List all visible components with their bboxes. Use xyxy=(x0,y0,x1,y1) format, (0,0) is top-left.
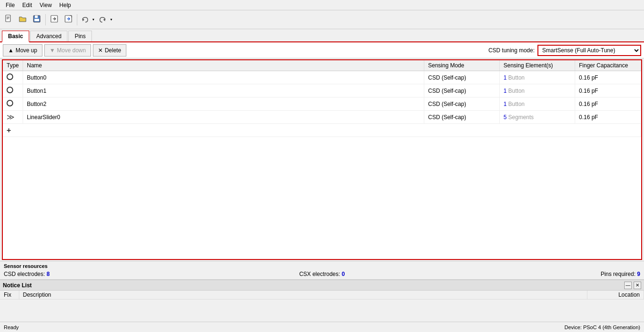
svg-marker-9 xyxy=(83,18,84,21)
export-icon xyxy=(64,15,73,24)
add-component-cell[interactable]: + xyxy=(3,124,641,137)
add-component-row[interactable]: + xyxy=(3,124,641,137)
redo-button[interactable] xyxy=(97,13,108,26)
notice-title: Notice List xyxy=(3,282,32,289)
button-type-icon xyxy=(7,73,13,80)
export-button[interactable] xyxy=(62,13,75,26)
action-left-group: ▲ Move up ▼ Move down ✕ Delete xyxy=(3,44,126,57)
notice-header: Notice List — ✕ xyxy=(0,280,644,291)
export-external-icon xyxy=(50,15,58,24)
csd-electrodes-item: CSD electrodes: 8 xyxy=(4,271,216,277)
row-sensing-cell: CSD (Self-cap) xyxy=(424,84,500,97)
delete-icon: ✕ xyxy=(98,47,103,54)
pins-required-item: Pins required: 9 xyxy=(428,271,640,277)
table-row[interactable]: Button1 CSD (Self-cap) 1 Button 0.16 pF xyxy=(3,84,641,97)
row-finger-cap-cell: 0.16 pF xyxy=(575,97,641,111)
notice-table: Fix Description Location xyxy=(0,291,644,300)
notice-col-fix: Fix xyxy=(0,291,19,300)
toolbar-separator-2 xyxy=(77,14,77,25)
menu-help[interactable]: Help xyxy=(56,1,75,9)
col-header-name: Name xyxy=(23,60,424,71)
notice-header-row: Fix Description Location xyxy=(0,291,644,300)
status-ready-text: Ready xyxy=(4,324,19,330)
tab-advanced[interactable]: Advanced xyxy=(30,31,67,41)
pins-required-label: Pins required: xyxy=(601,271,636,277)
row-name-cell: Button0 xyxy=(23,71,424,84)
tab-pins[interactable]: Pins xyxy=(68,31,91,41)
svg-rect-5 xyxy=(35,16,38,18)
csx-electrodes-label: CSX electrodes: xyxy=(299,271,340,277)
export-external-button[interactable] xyxy=(48,13,61,26)
move-down-button[interactable]: ▼ Move down xyxy=(44,44,91,57)
pins-required-value: 9 xyxy=(637,271,640,277)
open-button[interactable] xyxy=(16,13,29,26)
row-name-cell: LinearSlider0 xyxy=(23,111,424,124)
main-table-area: Type Name Sensing Mode Sensing Element(s… xyxy=(2,59,642,260)
sensor-counts: CSD electrodes: 8 CSX electrodes: 0 Pins… xyxy=(4,270,640,278)
notice-table-area: Fix Description Location xyxy=(0,291,644,322)
csx-electrodes-item: CSX electrodes: 0 xyxy=(216,271,428,277)
notice-col-description: Description xyxy=(19,291,587,300)
undo-split[interactable]: ▾ xyxy=(79,13,96,26)
row-elements-cell: 1 Button xyxy=(500,84,575,97)
undo-dropdown-arrow[interactable]: ▾ xyxy=(91,13,96,26)
col-header-sensing: Sensing Mode xyxy=(424,60,500,71)
move-down-icon: ▼ xyxy=(50,47,55,54)
csd-tuning-select[interactable]: SmartSense (Full Auto-Tune) Manual Tunin… xyxy=(537,45,641,56)
redo-split[interactable]: ▾ xyxy=(97,13,114,26)
status-bottom-bar: Ready Device: PSoC 4 (4th Generation) xyxy=(0,322,644,332)
row-type-cell xyxy=(3,84,23,97)
toolbar-separator-1 xyxy=(45,14,46,25)
table-row[interactable]: Button0 CSD (Self-cap) 1 Button 0.16 pF xyxy=(3,71,641,84)
add-component-button[interactable]: + xyxy=(7,126,11,135)
row-type-cell: ≫ xyxy=(3,111,23,124)
sensor-resources-bar: Sensor resources CSD electrodes: 8 CSX e… xyxy=(0,261,644,279)
csx-electrodes-value: 0 xyxy=(342,271,345,277)
undo-button[interactable] xyxy=(79,13,91,26)
save-icon xyxy=(33,15,41,24)
status-device-text: Device: PSoC 4 (4th Generation) xyxy=(564,324,640,330)
tab-bar: Basic Advanced Pins xyxy=(0,29,644,42)
delete-button[interactable]: ✕ Delete xyxy=(93,44,126,57)
notice-panel: Notice List — ✕ Fix Description Location xyxy=(0,279,644,322)
col-header-finger: Finger Capacitance xyxy=(575,60,641,71)
notice-minimize-button[interactable]: — xyxy=(624,282,632,289)
csd-electrodes-value: 8 xyxy=(47,271,50,277)
menu-view[interactable]: View xyxy=(36,1,56,9)
button-type-icon xyxy=(7,87,13,93)
notice-close-button[interactable]: ✕ xyxy=(634,282,641,289)
sensor-resources-title: Sensor resources xyxy=(4,262,640,270)
row-elements-cell: 1 Button xyxy=(500,71,575,84)
new-button[interactable] xyxy=(2,13,15,26)
col-header-elements: Sensing Element(s) xyxy=(500,60,575,71)
csd-electrodes-label: CSD electrodes: xyxy=(4,271,45,277)
move-up-icon: ▲ xyxy=(8,47,14,54)
tab-basic[interactable]: Basic xyxy=(2,31,29,42)
table-header-row: Type Name Sensing Mode Sensing Element(s… xyxy=(3,60,641,71)
slider-type-icon: ≫ xyxy=(7,113,15,121)
svg-rect-0 xyxy=(6,15,10,22)
svg-rect-6 xyxy=(34,19,39,21)
table-row[interactable]: ≫ LinearSlider0 CSD (Self-cap) 5 Segment… xyxy=(3,111,641,124)
menu-edit[interactable]: Edit xyxy=(18,1,36,9)
row-finger-cap-cell: 0.16 pF xyxy=(575,111,641,124)
row-sensing-cell: CSD (Self-cap) xyxy=(424,111,500,124)
notice-controls: — ✕ xyxy=(624,282,641,289)
move-up-label: Move up xyxy=(16,47,37,54)
button-type-icon xyxy=(7,100,13,106)
toolbar: ▾ ▾ xyxy=(0,10,644,29)
notice-col-location: Location xyxy=(587,291,644,300)
csd-tuning-label: CSD tuning mode: xyxy=(488,47,535,54)
save-button[interactable] xyxy=(30,13,43,26)
table-row[interactable]: Button2 CSD (Self-cap) 1 Button 0.16 pF xyxy=(3,97,641,111)
action-right-group: CSD tuning mode: SmartSense (Full Auto-T… xyxy=(488,45,641,56)
row-finger-cap-cell: 0.16 pF xyxy=(575,84,641,97)
redo-dropdown-arrow[interactable]: ▾ xyxy=(108,13,114,26)
menu-file[interactable]: File xyxy=(2,1,18,9)
svg-marker-10 xyxy=(103,18,105,21)
delete-label: Delete xyxy=(105,47,121,54)
move-down-label: Move down xyxy=(57,47,86,54)
row-name-cell: Button2 xyxy=(23,97,424,111)
move-up-button[interactable]: ▲ Move up xyxy=(3,44,42,57)
table-container[interactable]: Type Name Sensing Mode Sensing Element(s… xyxy=(3,60,641,259)
